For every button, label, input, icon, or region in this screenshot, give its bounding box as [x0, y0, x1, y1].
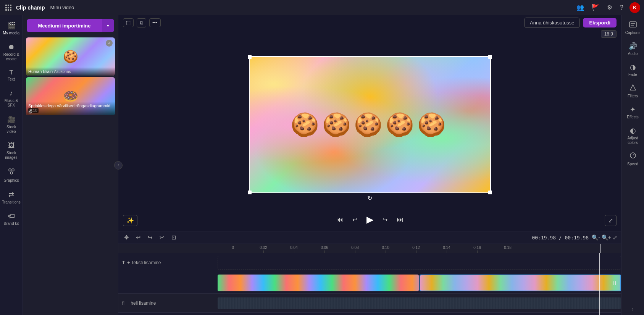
- media-item-donut[interactable]: 🍩 0:10 Sprinklesidega värvilised rõngasd…: [26, 77, 115, 115]
- timeline-clip-donut[interactable]: [218, 275, 419, 291]
- text-track-icon: T: [122, 260, 125, 265]
- resize-handle-br[interactable]: [488, 191, 492, 194]
- resize-handle-tl[interactable]: [248, 55, 252, 59]
- audio-icon: 🔊: [629, 42, 637, 50]
- video-preview: 🍪🍪🍪🍪🍪 ↻: [118, 39, 621, 210]
- sidebar-item-stock-video[interactable]: 🎥 Stock video: [2, 112, 21, 137]
- settings-icon-button[interactable]: ⚙: [605, 2, 614, 13]
- community-icon-button[interactable]: 👥: [575, 2, 586, 13]
- sidebar-item-transitions[interactable]: ⇄ Transitions: [2, 187, 21, 208]
- text-icon: T: [10, 69, 13, 76]
- timeline-save-button[interactable]: ⊡: [169, 233, 178, 242]
- sidebar-item-my-media[interactable]: 🎬 My media: [2, 18, 21, 39]
- effects-icon: ✦: [630, 105, 636, 114]
- panel-collapse-button[interactable]: ‹: [114, 161, 123, 170]
- sidebar-item-record-create[interactable]: ⏺ Record & create: [2, 40, 21, 65]
- zoom-out-button[interactable]: 🔍-: [592, 234, 600, 241]
- ruler-mark-9: 0:18: [492, 246, 523, 253]
- import-button[interactable]: Meediumi importimine: [27, 19, 102, 32]
- video-track-row: ⏸: [118, 272, 621, 294]
- right-panel-adjust-colors[interactable]: ◐ Adjust colors: [623, 123, 643, 148]
- sidebar-item-music-sfx[interactable]: ♪ Music & SFX: [2, 86, 21, 111]
- forward-5-button[interactable]: ↪: [381, 214, 389, 225]
- avatar[interactable]: K: [629, 2, 640, 13]
- media-item-macaron[interactable]: 🍪 Human Brain Asukohas ✓: [26, 37, 115, 76]
- timeline-zoom-controls: 🔍- 🔍+ ⤢: [592, 234, 617, 241]
- sidebar-item-label: Record & create: [3, 52, 20, 61]
- sidebar-item-label: Music & SFX: [3, 99, 20, 108]
- right-panel-speed[interactable]: Speed: [623, 149, 643, 170]
- filters-label: Filters: [628, 94, 638, 99]
- sidebar-item-label: Text: [8, 77, 15, 82]
- sidebar-item-label: Brand kit: [4, 221, 19, 226]
- ruler-mark-8: 0:16: [462, 246, 492, 253]
- video-track-content: ⏸: [218, 272, 621, 293]
- skip-start-icon: ⏮: [336, 216, 343, 223]
- magic-edit-button[interactable]: ✨: [123, 215, 137, 226]
- right-panel-filters[interactable]: Filters: [623, 81, 643, 102]
- play-button[interactable]: ▶: [365, 213, 375, 226]
- timeline-tracks: T + Teksti lisamine: [118, 253, 621, 315]
- stock-images-icon: 🖼: [8, 142, 15, 150]
- timeline-drag-button[interactable]: ✥: [122, 233, 131, 242]
- share-button[interactable]: Anna ühiskasutusse: [524, 18, 580, 28]
- preview-toolbar: ⬚ ⧉ ••• Anna ühiskasutusse Ekspordi: [118, 15, 621, 30]
- right-panel-audio[interactable]: 🔊 Audio: [623, 39, 643, 59]
- media-grid: 🍪 Human Brain Asukohas ✓ 🍩 0:10 Sprinkle…: [23, 36, 118, 315]
- timeline-expand-button[interactable]: ⤢: [613, 234, 617, 241]
- flag-icon-button[interactable]: 🚩: [590, 2, 601, 13]
- replay-5-button[interactable]: ↩: [351, 214, 359, 225]
- resize-handle-bl[interactable]: [248, 191, 252, 194]
- export-button[interactable]: Ekspordi: [583, 18, 617, 27]
- right-panel: Captions 🔊 Audio ◑ Fade Filters ✦ Effect…: [621, 15, 644, 315]
- zoom-in-button[interactable]: 🔍+: [602, 234, 611, 241]
- playhead-ruler: [600, 244, 600, 253]
- pip-button[interactable]: ⧉: [137, 18, 146, 27]
- timeline-section: ✥ ↩ ↪ ✂ ⊡ 00:19.98 / 00:19.98 🔍- 🔍+ ⤢ 0: [118, 231, 621, 315]
- magic-icon: ✨: [126, 217, 134, 224]
- crop-button[interactable]: ⬚: [123, 18, 134, 27]
- more-options-button[interactable]: •••: [149, 18, 161, 27]
- media-thumb-sub: Asukohas: [54, 69, 71, 74]
- help-icon-button[interactable]: ?: [618, 3, 625, 13]
- ruler-mark-3: 0:06: [309, 246, 340, 253]
- center-area: ⬚ ⧉ ••• Anna ühiskasutusse Ekspordi 16:9: [118, 15, 621, 315]
- timeline-redo-button[interactable]: ↪: [146, 233, 155, 242]
- audio-track-row: fi + heli lisamine: [118, 294, 621, 313]
- replay-icon: ↩: [352, 216, 357, 223]
- right-panel-effects[interactable]: ✦ Effects: [623, 102, 643, 123]
- text-track-row: T + Teksti lisamine: [118, 253, 621, 272]
- sidebar-item-text[interactable]: T Text: [2, 66, 21, 85]
- apps-grid-button[interactable]: [4, 3, 13, 12]
- topbar: Clip champ Minu video 👥 🚩 ⚙ ? K: [0, 0, 644, 15]
- right-panel-captions[interactable]: Captions: [623, 18, 643, 38]
- audio-track-icon: fi: [122, 300, 124, 306]
- text-track-label: T + Teksti lisamine: [118, 260, 218, 265]
- right-panel-fade[interactable]: ◑ Fade: [623, 60, 643, 80]
- crop-icon: ⬚: [126, 20, 131, 26]
- resize-handle-tr[interactable]: [488, 55, 492, 59]
- svg-point-1: [12, 169, 14, 171]
- ruler-mark-7: 0:14: [431, 246, 462, 253]
- import-dropdown-arrow[interactable]: ▾: [102, 19, 114, 32]
- timeline-cut-button[interactable]: ✂: [158, 233, 166, 242]
- skip-to-end-button[interactable]: ⏭: [395, 214, 405, 225]
- timeline-time-display: 00:19.98 / 00:19.98: [532, 235, 589, 241]
- timeline-clip-macaron[interactable]: ⏸: [420, 275, 621, 291]
- playback-controls: ⏮ ↩ ▶ ↪ ⏭: [335, 210, 405, 231]
- main-layout: 🎬 My media ⏺ Record & create T Text ♪ Mu…: [0, 15, 644, 315]
- sidebar-item-graphics[interactable]: Graphics: [2, 165, 21, 186]
- media-panel: Meediumi importimine ▾ 🍪 Human Brain Asu…: [23, 15, 118, 315]
- sidebar-item-stock-images[interactable]: 🖼 Stock images: [2, 139, 21, 163]
- svg-point-2: [10, 172, 13, 174]
- fullscreen-button[interactable]: ⤢: [605, 215, 617, 226]
- sidebar-item-brand-kit[interactable]: 🏷 Brand kit: [2, 209, 21, 229]
- skip-to-start-button[interactable]: ⏮: [335, 214, 345, 225]
- timeline-undo-button[interactable]: ↩: [134, 233, 143, 242]
- media-thumb-name: Human Brain: [28, 69, 53, 74]
- timeline-toolbar: ✥ ↩ ↪ ✂ ⊡ 00:19.98 / 00:19.98 🔍- 🔍+ ⤢: [118, 231, 621, 244]
- right-panel-collapse-button[interactable]: ›: [632, 307, 634, 312]
- media-thumb-name2: Sprinklesidega värvilised rõngasdiagramm…: [28, 103, 110, 113]
- playback-controls-wrap: ✨ ⏮ ↩ ▶ ↪ ⏭ ⤢: [118, 210, 621, 231]
- rotate-handle[interactable]: ↻: [366, 195, 373, 202]
